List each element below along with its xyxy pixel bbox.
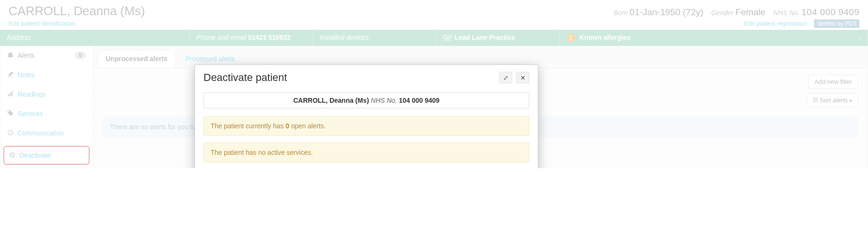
sidebar-item-notes[interactable]: Notes bbox=[0, 65, 92, 85]
modal-nhs-label: NHS No. bbox=[371, 97, 397, 104]
summary-phone[interactable]: Phone and email 01423 510832 bbox=[190, 30, 313, 46]
caret-down-icon: ▾ bbox=[850, 98, 852, 103]
sidebar-alerts-label: Alerts bbox=[18, 52, 35, 59]
summary-allergies[interactable]: 1 Known allergies ↓ bbox=[560, 30, 868, 46]
sidebar-communication-label: Communication bbox=[18, 129, 64, 137]
tag-icon bbox=[7, 110, 14, 117]
svg-line-5 bbox=[11, 153, 14, 157]
phone-label: Phone and email bbox=[196, 34, 246, 41]
svg-rect-7 bbox=[813, 99, 818, 100]
svg-rect-6 bbox=[813, 98, 818, 98]
nhs-value: 104 000 9409 bbox=[802, 7, 859, 17]
sidebar-item-alerts[interactable]: Alerts 0 bbox=[0, 46, 92, 65]
warn1-post: open alerts. bbox=[289, 122, 326, 130]
edit-identification-link[interactable]: Edit patient identification bbox=[9, 20, 75, 27]
sort-alerts-button[interactable]: Sort alerts ▾ bbox=[807, 93, 859, 107]
verified-badge: Verified by PDS bbox=[814, 19, 859, 28]
sidebar-item-communication[interactable]: Communication bbox=[0, 124, 92, 143]
sidebar-notes-label: Notes bbox=[18, 71, 35, 79]
ban-icon bbox=[9, 152, 16, 159]
chevron-down-icon[interactable]: ↓ bbox=[858, 34, 861, 42]
sidebar: Alerts 0 Notes Readings Servic bbox=[0, 46, 93, 168]
modal-nhs-value: 104 000 9409 bbox=[399, 97, 440, 104]
tab-unprocessed[interactable]: Unprocessed alerts bbox=[98, 50, 175, 68]
summary-gp[interactable]: GP Lead Lane Practice bbox=[436, 30, 560, 46]
svg-rect-0 bbox=[8, 94, 9, 97]
svg-rect-2 bbox=[11, 91, 12, 97]
sidebar-item-services[interactable]: Services bbox=[0, 104, 92, 124]
modal-warning-alerts: The patient currently has 0 open alerts. bbox=[203, 116, 529, 136]
add-filter-button[interactable]: Add new filter bbox=[808, 75, 858, 89]
deactivate-modal: Deactivate patient ⤢ ✕ CARROLL, Deanna (… bbox=[194, 64, 538, 168]
clock-icon bbox=[7, 129, 14, 137]
warn1-pre: The patient currently has bbox=[211, 122, 286, 130]
patient-meta: Born 01-Jan-1950 (72y) Gender Female NHS… bbox=[614, 7, 859, 18]
born-value: 01-Jan-1950 (72y) bbox=[630, 7, 703, 17]
close-icon[interactable]: ✕ bbox=[516, 72, 529, 83]
summary-devices[interactable]: Installed devices bbox=[313, 30, 436, 46]
sidebar-item-readings[interactable]: Readings bbox=[0, 85, 92, 104]
edit-icon bbox=[7, 71, 14, 79]
allergy-label: Known allergies bbox=[580, 34, 630, 41]
bars-icon bbox=[7, 90, 14, 98]
sidebar-readings-label: Readings bbox=[18, 90, 46, 98]
expand-icon[interactable]: ⤢ bbox=[499, 72, 512, 83]
gp-value: Lead Lane Practice bbox=[454, 34, 515, 41]
sidebar-deactivate-label: Deactivate bbox=[19, 152, 51, 159]
allergy-count-badge: 1 bbox=[566, 34, 575, 42]
sort-label: Sort alerts bbox=[820, 97, 848, 104]
summary-address[interactable]: Address bbox=[0, 30, 190, 46]
phone-value: 01423 510832 bbox=[248, 34, 291, 41]
svg-rect-1 bbox=[10, 93, 11, 97]
nhs-label: NHS No. bbox=[773, 9, 799, 17]
patient-name: CARROLL, Deanna (Ms) bbox=[9, 4, 145, 18]
modal-title: Deactivate patient bbox=[203, 71, 287, 84]
gp-abbr: GP bbox=[443, 34, 452, 41]
edit-registration-link[interactable]: Edit patient registration bbox=[744, 20, 807, 27]
summary-bar: Address Phone and email 01423 510832 Ins… bbox=[0, 30, 868, 46]
list-icon bbox=[813, 97, 820, 104]
gender-value: Female bbox=[735, 7, 765, 17]
born-label: Born bbox=[614, 9, 628, 17]
warn1-bold: 0 bbox=[286, 122, 289, 130]
alerts-count-badge: 0 bbox=[75, 52, 86, 59]
sidebar-item-deactivate[interactable]: Deactivate bbox=[3, 146, 90, 165]
modal-patient-box: CARROLL, Deanna (Ms) NHS No. 104 000 940… bbox=[203, 92, 529, 108]
svg-rect-8 bbox=[813, 101, 818, 101]
modal-warning-services: The patient has no active services. bbox=[203, 143, 529, 162]
sidebar-services-label: Services bbox=[18, 110, 43, 117]
modal-patient-name: CARROLL, Deanna (Ms) bbox=[293, 97, 369, 104]
gender-label: Gender bbox=[711, 9, 733, 17]
bell-icon bbox=[7, 52, 14, 59]
